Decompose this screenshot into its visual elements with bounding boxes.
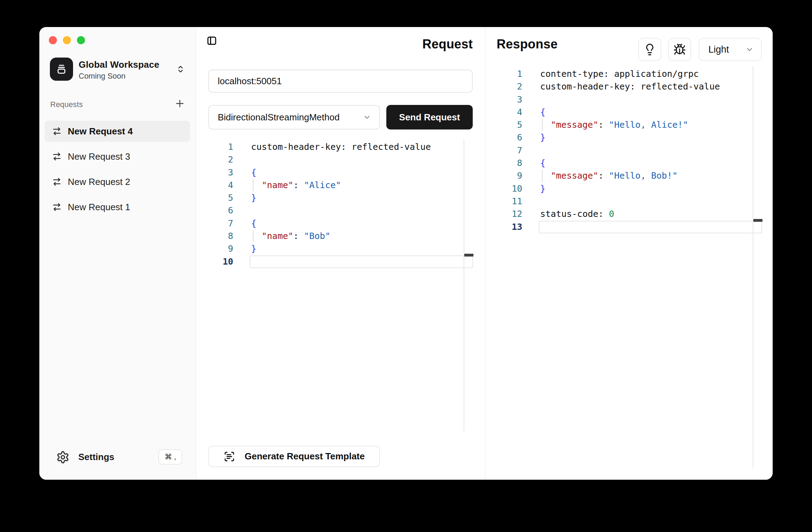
- code-line[interactable]: [540, 93, 762, 106]
- editor-line[interactable]: 8"name": "Bob": [196, 230, 477, 242]
- code-line[interactable]: {: [251, 166, 473, 179]
- code-line[interactable]: [540, 221, 762, 233]
- zoom-window-button[interactable]: [77, 36, 85, 44]
- chevron-down-icon: [745, 45, 754, 54]
- sidebar: Global Workspace Coming Soon Requests Ne…: [39, 27, 196, 480]
- minimize-window-button[interactable]: [63, 36, 71, 44]
- editor-line[interactable]: 5"message": "Hello, Alice!": [485, 119, 766, 131]
- active-line-outline: [539, 221, 762, 233]
- swap-arrows-icon: [52, 151, 62, 162]
- line-number: 6: [485, 131, 522, 144]
- line-number: 3: [196, 166, 233, 179]
- editor-line[interactable]: 3{: [196, 166, 477, 179]
- editor-line[interactable]: 12status-code: 0: [485, 208, 766, 220]
- sidebar-item-new-request-1[interactable]: New Request 1: [45, 197, 190, 218]
- editor-line[interactable]: 6: [196, 204, 477, 217]
- swap-arrows-icon: [52, 177, 62, 187]
- code-line[interactable]: [540, 144, 762, 157]
- line-number: 4: [196, 179, 233, 192]
- code-line[interactable]: [540, 195, 762, 208]
- editor-line[interactable]: 2custom-header-key: reflected-value: [485, 80, 766, 93]
- request-editor[interactable]: 1custom-header-key: reflected-value23{4"…: [196, 141, 477, 268]
- plus-icon: [174, 98, 185, 109]
- panel-left-icon: [207, 35, 217, 46]
- code-line[interactable]: }: [540, 182, 762, 195]
- code-line[interactable]: content-type: application/grpc: [540, 68, 762, 80]
- editor-line[interactable]: 13: [485, 221, 766, 233]
- settings-shortcut-badge: ⌘ ,: [158, 449, 182, 465]
- editor-line[interactable]: 11: [485, 195, 766, 208]
- indent-guide: [542, 170, 543, 182]
- line-number: 3: [485, 93, 522, 106]
- code-line[interactable]: [251, 204, 473, 217]
- method-select[interactable]: BidirectionalStreamingMethod: [208, 105, 380, 129]
- code-line[interactable]: {: [540, 157, 762, 169]
- line-number: 7: [196, 217, 233, 230]
- send-request-button[interactable]: Send Request: [386, 105, 473, 129]
- editor-line[interactable]: 9"message": "Hello, Bob!": [485, 169, 766, 182]
- line-number: 2: [485, 80, 522, 93]
- code-line[interactable]: "message": "Hello, Bob!": [540, 169, 762, 182]
- horizontal-scrollbar-thumb[interactable]: [753, 219, 762, 222]
- editor-line[interactable]: 9}: [196, 242, 477, 255]
- code-line[interactable]: }: [251, 242, 473, 255]
- sidebar-item-new-request-3[interactable]: New Request 3: [45, 146, 190, 167]
- editor-line[interactable]: 5}: [196, 192, 477, 204]
- code-line[interactable]: }: [540, 131, 762, 144]
- code-line[interactable]: {: [251, 217, 473, 230]
- editor-line[interactable]: 4{: [485, 106, 766, 119]
- response-editor[interactable]: 1content-type: application/grpc2custom-h…: [485, 68, 766, 233]
- editor-line[interactable]: 7: [485, 144, 766, 157]
- add-request-button[interactable]: [173, 97, 186, 110]
- line-number: 4: [485, 106, 522, 119]
- sidebar-toggle-button[interactable]: [207, 35, 217, 46]
- editor-line[interactable]: 3: [485, 93, 766, 106]
- request-item-label: New Request 3: [68, 151, 130, 162]
- server-url-input[interactable]: [208, 69, 473, 93]
- editor-line[interactable]: 6}: [485, 131, 766, 144]
- line-number: 7: [485, 144, 522, 157]
- code-line[interactable]: status-code: 0: [540, 208, 762, 220]
- theme-select[interactable]: Light: [699, 38, 762, 61]
- horizontal-scrollbar-thumb[interactable]: [464, 254, 473, 257]
- request-item-label: New Request 2: [68, 177, 130, 187]
- code-line[interactable]: [251, 255, 473, 268]
- editor-line[interactable]: 8{: [485, 157, 766, 169]
- workspace-selector[interactable]: [175, 64, 186, 75]
- generate-button-label: Generate Request Template: [245, 451, 365, 462]
- editor-line[interactable]: 1custom-header-key: reflected-value: [196, 141, 477, 153]
- theme-select-value: Light: [708, 44, 729, 55]
- code-line[interactable]: custom-header-key: reflected-value: [540, 80, 762, 93]
- line-number: 5: [485, 119, 522, 131]
- close-window-button[interactable]: [49, 36, 57, 44]
- code-line[interactable]: {: [540, 106, 762, 119]
- code-line[interactable]: }: [251, 192, 473, 204]
- code-line[interactable]: "name": "Alice": [251, 179, 473, 192]
- editor-line[interactable]: 10}: [485, 182, 766, 195]
- editor-line[interactable]: 4"name": "Alice": [196, 179, 477, 192]
- swap-arrows-icon: [52, 177, 62, 187]
- hint-button[interactable]: [638, 38, 661, 61]
- generate-request-template-button[interactable]: Generate Request Template: [208, 446, 380, 467]
- settings-row[interactable]: Settings ⌘ ,: [39, 447, 196, 468]
- code-line[interactable]: custom-header-key: reflected-value: [251, 141, 473, 153]
- editor-line[interactable]: 1content-type: application/grpc: [485, 68, 766, 80]
- code-line[interactable]: "message": "Hello, Alice!": [540, 119, 762, 131]
- lightbulb-icon: [643, 43, 656, 56]
- code-line[interactable]: [251, 153, 473, 166]
- request-item-label: New Request 4: [68, 126, 133, 137]
- debug-button[interactable]: [668, 38, 691, 61]
- editor-line[interactable]: 7{: [196, 217, 477, 230]
- archive-box-icon: [54, 62, 68, 76]
- response-panel-title: Response: [497, 37, 558, 52]
- sidebar-item-new-request-4[interactable]: New Request 4: [45, 121, 190, 142]
- line-number: 10: [196, 255, 233, 268]
- response-editor-scroll-track: [753, 66, 753, 468]
- editor-line[interactable]: 10: [196, 255, 477, 268]
- chevron-down-icon: [362, 113, 372, 122]
- line-number: 6: [196, 204, 233, 217]
- code-line[interactable]: "name": "Bob": [251, 230, 473, 242]
- sidebar-item-new-request-2[interactable]: New Request 2: [45, 171, 190, 192]
- method-select-value: BidirectionalStreamingMethod: [218, 112, 340, 123]
- editor-line[interactable]: 2: [196, 153, 477, 166]
